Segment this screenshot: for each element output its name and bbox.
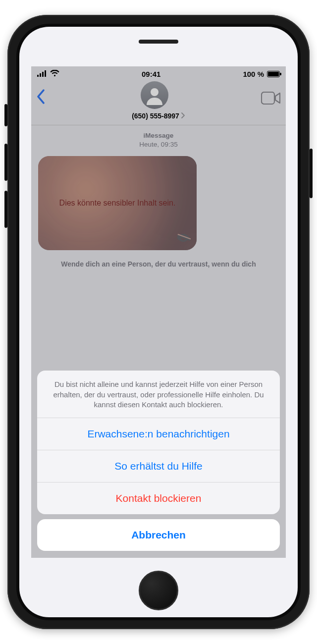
display-area: 09:41 100 % <box>31 66 286 558</box>
speaker-grille <box>139 40 178 44</box>
phone-bezel: 09:41 100 % <box>16 24 301 620</box>
notify-adult-button[interactable]: Erwachsene:n benachrichtigen <box>37 418 280 450</box>
power-button <box>310 149 313 198</box>
block-contact-button[interactable]: Kontakt blockieren <box>37 483 280 514</box>
home-button[interactable] <box>139 571 178 610</box>
action-sheet: Du bist nicht alleine und kannst jederze… <box>31 371 286 558</box>
silence-switch <box>4 104 7 126</box>
phone-body: 09:41 100 % <box>7 15 310 629</box>
cancel-button[interactable]: Abbrechen <box>37 519 280 551</box>
volume-up-button <box>4 144 7 181</box>
sheet-message: Du bist nicht alleine und kannst jederze… <box>37 371 280 418</box>
device-frame: 09:41 100 % <box>0 0 317 644</box>
screen: 09:41 100 % <box>19 27 298 617</box>
get-help-button[interactable]: So erhältst du Hilfe <box>37 450 280 483</box>
volume-down-button <box>4 191 7 228</box>
